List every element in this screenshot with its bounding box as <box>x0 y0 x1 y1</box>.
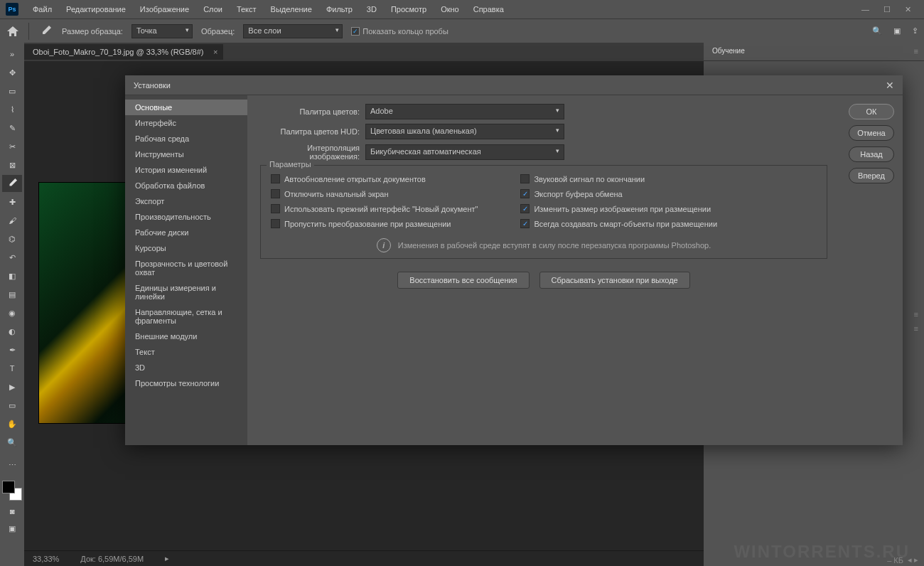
edit-toolbar-icon[interactable]: ⋯ <box>2 456 22 474</box>
pen-tool[interactable]: ✒ <box>2 341 22 358</box>
sidebar-item-export[interactable]: Экспорт <box>125 193 247 209</box>
brush-tool[interactable]: 🖌 <box>2 212 22 229</box>
sidebar-item-filehandling[interactable]: Обработка файлов <box>125 178 247 193</box>
hud-picker-select[interactable]: Цветовая шкала (маленькая) <box>365 124 564 139</box>
move-tool[interactable]: ✥ <box>2 64 22 81</box>
checkbox-row[interactable]: ✓Изменить размер изображения при размеще… <box>520 204 717 213</box>
checkbox-label: Всегда создавать смарт-объекты при разме… <box>534 220 717 228</box>
stamp-tool[interactable]: ⌬ <box>2 230 22 247</box>
reset-on-quit-button[interactable]: Сбрасывать установки при выходе <box>539 272 690 289</box>
sidebar-item-scratch[interactable]: Рабочие диски <box>125 225 247 240</box>
checkbox[interactable]: ✓ <box>520 204 530 213</box>
color-picker-select[interactable]: Adobe <box>365 104 564 119</box>
menu-image[interactable]: Изображение <box>134 2 195 16</box>
history-brush-tool[interactable]: ↶ <box>2 249 22 266</box>
menu-3d[interactable]: 3D <box>361 2 382 16</box>
window-minimize-icon[interactable]: — <box>861 5 869 14</box>
home-icon[interactable] <box>6 25 20 38</box>
color-swatches[interactable] <box>2 481 22 501</box>
search-icon[interactable]: 🔍 <box>872 26 882 36</box>
menu-filter[interactable]: Фильтр <box>321 2 358 16</box>
menu-file[interactable]: Файл <box>27 2 58 16</box>
dialog-buttons: ОК Отмена Назад Вперед <box>840 95 903 445</box>
sidebar-item-workspace[interactable]: Рабочая среда <box>125 131 247 146</box>
sidebar-item-guides[interactable]: Направляющие, сетка и фрагменты <box>125 304 247 329</box>
checkbox[interactable] <box>520 174 530 183</box>
quickmask-icon[interactable]: ◙ <box>4 505 21 518</box>
window-maximize-icon[interactable]: ☐ <box>883 5 891 14</box>
sidebar-item-techpreview[interactable]: Просмотры технологии <box>125 375 247 391</box>
close-icon[interactable]: ✕ <box>886 80 894 91</box>
checkbox[interactable]: ✓ <box>520 219 530 228</box>
checkbox-row[interactable]: Звуковой сигнал по окончании <box>520 174 717 183</box>
sample-layers-select[interactable]: Все слои <box>243 24 343 38</box>
sidebar-item-transparency[interactable]: Прозрачность и цветовой охват <box>125 256 247 280</box>
foreground-color[interactable] <box>2 481 15 493</box>
checkbox[interactable] <box>271 189 280 198</box>
tab-learn[interactable]: Обучение <box>704 43 753 60</box>
close-icon[interactable]: × <box>213 48 217 56</box>
frame-tool[interactable]: ⊠ <box>2 156 22 173</box>
menu-layers[interactable]: Слои <box>198 2 228 16</box>
sidebar-item-type[interactable]: Текст <box>125 344 247 360</box>
sample-size-select[interactable]: Точка <box>131 24 193 38</box>
sidebar-item-3d[interactable]: 3D <box>125 360 247 375</box>
checkbox[interactable] <box>271 174 280 183</box>
checkbox[interactable] <box>271 219 280 228</box>
sidebar-item-history[interactable]: История изменений <box>125 162 247 178</box>
checkbox-row[interactable]: Отключить начальный экран <box>271 189 478 198</box>
quick-select-tool[interactable]: ✎ <box>2 119 22 137</box>
menu-help[interactable]: Справка <box>468 2 510 16</box>
blur-tool[interactable]: ◉ <box>2 304 22 321</box>
show-sampling-ring-checkbox[interactable]: ✓ Показать кольцо пробы <box>351 27 448 36</box>
checkbox-row[interactable]: Автообновление открытых документов <box>271 174 478 183</box>
sidebar-item-general[interactable]: Основные <box>125 100 247 115</box>
menu-window[interactable]: Окно <box>435 2 465 16</box>
sidebar-item-performance[interactable]: Производительность <box>125 209 247 225</box>
menu-select[interactable]: Выделение <box>265 2 318 16</box>
collapse-icon[interactable]: » <box>2 46 22 63</box>
marquee-tool[interactable]: ▭ <box>2 82 22 100</box>
screenmode-icon[interactable]: ▣ <box>4 522 21 535</box>
checkbox-row[interactable]: ✓Всегда создавать смарт-объекты при разм… <box>520 219 717 228</box>
panel-menu-icon[interactable]: ≡ <box>908 43 924 60</box>
restore-dialogs-button[interactable]: Восстановить все сообщения <box>397 272 529 289</box>
sidebar-item-plugins[interactable]: Внешние модули <box>125 329 247 344</box>
type-tool[interactable]: T <box>2 360 22 377</box>
sidebar-item-cursors[interactable]: Курсоры <box>125 240 247 256</box>
hand-tool[interactable]: ✋ <box>2 415 22 432</box>
checkbox[interactable]: ✓ <box>520 189 530 198</box>
next-button[interactable]: Вперед <box>849 168 894 183</box>
sidebar-item-interface[interactable]: Интерфейс <box>125 115 247 131</box>
eyedropper-tool[interactable] <box>2 175 22 192</box>
cancel-button[interactable]: Отмена <box>849 125 894 141</box>
menu-text[interactable]: Текст <box>231 2 262 16</box>
workspace-icon[interactable]: ▣ <box>893 26 901 36</box>
dodge-tool[interactable]: ◐ <box>2 323 22 340</box>
gradient-tool[interactable]: ▤ <box>2 286 22 303</box>
sidebar-item-tools[interactable]: Инструменты <box>125 146 247 162</box>
checkbox-row[interactable]: Использовать прежний интерфейс "Новый до… <box>271 204 478 213</box>
prev-button[interactable]: Назад <box>849 146 894 162</box>
ok-button[interactable]: ОК <box>849 104 894 119</box>
checkbox[interactable] <box>271 204 280 213</box>
checkbox-row[interactable]: ✓Экспорт буфера обмена <box>520 189 717 198</box>
healing-tool[interactable]: ✚ <box>2 193 22 210</box>
menu-edit[interactable]: Редактирование <box>60 2 131 16</box>
zoom-tool[interactable]: 🔍 <box>2 434 22 451</box>
lasso-tool[interactable]: ⌇ <box>2 101 22 118</box>
eraser-tool[interactable]: ◧ <box>2 267 22 284</box>
checkbox-row[interactable]: Пропустить преобразование при размещении <box>271 219 478 228</box>
chevron-icon[interactable]: ◂ ▸ <box>908 555 918 565</box>
window-close-icon[interactable]: ✕ <box>905 5 911 14</box>
path-select-tool[interactable]: ▶ <box>2 378 22 395</box>
eyedropper-icon[interactable] <box>38 23 53 39</box>
crop-tool[interactable]: ✂ <box>2 138 22 155</box>
menu-view[interactable]: Просмотр <box>385 2 432 16</box>
document-tab[interactable]: Oboi_Foto_Makro_70_19.jpg @ 33,3% (RGB/8… <box>24 44 223 60</box>
shape-tool[interactable]: ▭ <box>2 397 22 414</box>
share-icon[interactable]: ⇪ <box>912 26 918 36</box>
interpolation-select[interactable]: Бикубическая автоматическая <box>365 144 564 160</box>
status-chevron-icon[interactable]: ▸ <box>165 554 169 563</box>
sidebar-item-units[interactable]: Единицы измерения и линейки <box>125 280 247 304</box>
